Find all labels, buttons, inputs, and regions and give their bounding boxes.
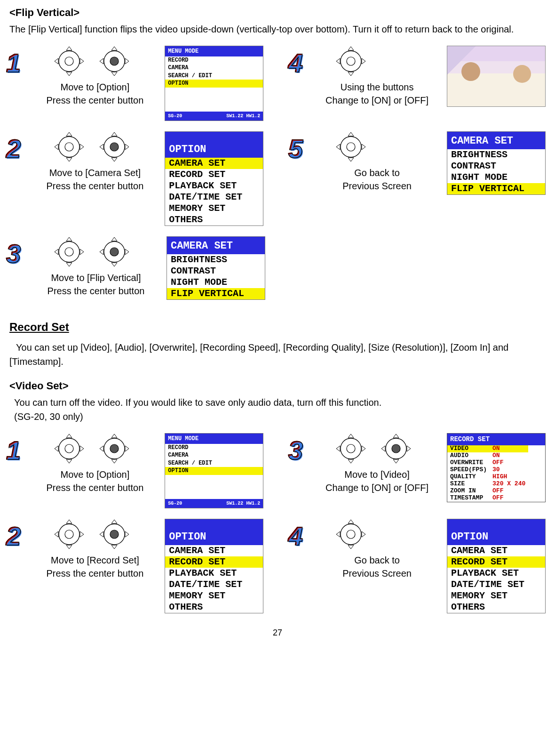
svg-marker-41 xyxy=(80,249,84,255)
joystick-icon xyxy=(335,433,366,464)
joystick-icon xyxy=(54,131,85,162)
step-text: Move to [Record Set] xyxy=(30,554,160,567)
step-text: Move to [Video] xyxy=(312,468,442,481)
flip-vertical-heading: <Flip Vertical> xyxy=(9,5,546,20)
svg-point-13 xyxy=(347,57,355,65)
svg-marker-77 xyxy=(80,531,84,537)
svg-point-19 xyxy=(65,143,73,151)
svg-point-85 xyxy=(347,530,355,539)
joystick-press-icon xyxy=(99,236,130,267)
preview-photo xyxy=(447,46,546,107)
flip-vertical-intro: The [Flip Vertical] function flips the v… xyxy=(9,22,546,36)
video-set-text: You can turn off the video. If you would… xyxy=(9,395,546,410)
joystick-press-icon xyxy=(99,433,130,464)
svg-point-37 xyxy=(65,248,73,256)
joystick-icon xyxy=(54,46,85,77)
step-text: Go back to xyxy=(312,554,442,567)
step-text: Press the center button xyxy=(30,284,162,298)
svg-marker-14 xyxy=(348,47,354,50)
svg-marker-65 xyxy=(362,446,365,451)
step-text: Using the buttons xyxy=(312,80,442,94)
svg-marker-68 xyxy=(393,434,399,438)
svg-marker-89 xyxy=(362,531,365,537)
svg-point-31 xyxy=(347,143,355,151)
svg-marker-2 xyxy=(66,47,72,50)
joystick-press-icon xyxy=(99,46,130,77)
svg-point-67 xyxy=(392,444,400,453)
svg-marker-74 xyxy=(66,520,72,523)
video-set-note: (SG-20, 30 only) xyxy=(9,410,546,424)
svg-marker-88 xyxy=(336,531,340,537)
svg-marker-82 xyxy=(100,531,103,537)
step-text: Press the center button xyxy=(30,94,160,107)
joystick-press-icon xyxy=(99,131,130,162)
svg-point-1 xyxy=(65,57,73,65)
step-text: Go back to xyxy=(312,166,442,179)
joystick-press-icon xyxy=(381,433,412,464)
svg-marker-64 xyxy=(336,446,340,451)
step-text: Move to [Option] xyxy=(30,468,160,481)
svg-marker-3 xyxy=(66,72,72,76)
joystick-icon xyxy=(54,433,85,464)
camera-set-screen: CAMERA SET BRIGHTNESS CONTRAST NIGHT MOD… xyxy=(447,131,546,195)
svg-marker-27 xyxy=(111,158,117,161)
svg-point-79 xyxy=(110,530,119,539)
svg-marker-52 xyxy=(55,446,58,451)
record-set-intro: You can set up [Video], [Audio], [Overwr… xyxy=(9,340,546,369)
svg-marker-16 xyxy=(336,58,340,64)
option-screen: OPTION CAMERA SET RECORD SET PLAYBACK SE… xyxy=(165,131,263,226)
joystick-press-icon xyxy=(99,519,130,550)
record-set-heading: Record Set xyxy=(9,319,546,336)
svg-point-73 xyxy=(65,530,73,539)
svg-marker-38 xyxy=(66,237,72,241)
svg-marker-35 xyxy=(362,144,365,150)
svg-marker-76 xyxy=(55,531,58,537)
svg-marker-47 xyxy=(125,249,129,255)
svg-marker-17 xyxy=(362,58,365,64)
svg-point-25 xyxy=(110,143,119,151)
option-screen: OPTION CAMERA SET RECORD SET PLAYBACK SE… xyxy=(165,519,263,613)
svg-marker-45 xyxy=(111,263,117,266)
svg-marker-21 xyxy=(66,158,72,161)
svg-marker-33 xyxy=(348,158,354,161)
step-text: Press the center button xyxy=(30,481,160,494)
svg-marker-53 xyxy=(80,446,84,451)
svg-marker-75 xyxy=(66,545,72,549)
svg-marker-5 xyxy=(80,58,84,64)
svg-point-61 xyxy=(347,444,355,453)
svg-marker-4 xyxy=(55,58,58,64)
step-text: Change to [ON] or [OFF] xyxy=(312,94,442,107)
page-number: 27 xyxy=(9,627,546,639)
video-set-heading: <Video Set> xyxy=(9,378,546,394)
svg-marker-62 xyxy=(348,434,354,438)
svg-marker-29 xyxy=(125,144,129,150)
step-text: Previous Screen xyxy=(312,179,442,193)
svg-marker-44 xyxy=(111,237,117,241)
record-set-screen: RECORD SET VIDEOON AUDIOON OVERWRITEOFF … xyxy=(447,433,546,502)
flip-vertical-steps: 111 Move to [Option] Press the center bu… xyxy=(9,46,546,300)
svg-marker-80 xyxy=(111,520,117,523)
svg-marker-59 xyxy=(125,446,129,451)
svg-marker-10 xyxy=(100,58,103,64)
svg-marker-28 xyxy=(100,144,103,150)
menu-mode-screen: MENU MODE RECORD CAMERA SEARCH / EDIT OP… xyxy=(165,46,263,121)
joystick-icon xyxy=(335,131,366,162)
svg-marker-23 xyxy=(80,144,84,150)
svg-marker-51 xyxy=(66,459,72,463)
option-screen: OPTION CAMERA SET RECORD SET PLAYBACK SE… xyxy=(447,519,546,613)
step-text: Move to [Camera Set] xyxy=(30,166,160,179)
step-text: Press the center button xyxy=(30,179,160,193)
svg-marker-39 xyxy=(66,263,72,266)
svg-point-49 xyxy=(65,444,73,453)
svg-marker-11 xyxy=(125,58,129,64)
step-text: Move to [Option] xyxy=(30,80,160,94)
svg-point-43 xyxy=(110,248,119,256)
svg-marker-83 xyxy=(125,531,129,537)
svg-marker-32 xyxy=(348,132,354,136)
joystick-icon xyxy=(54,236,85,267)
step-text: Press the center button xyxy=(30,567,160,580)
joystick-icon xyxy=(54,519,85,550)
svg-marker-50 xyxy=(66,434,72,438)
svg-marker-20 xyxy=(66,132,72,136)
svg-marker-15 xyxy=(348,72,354,76)
